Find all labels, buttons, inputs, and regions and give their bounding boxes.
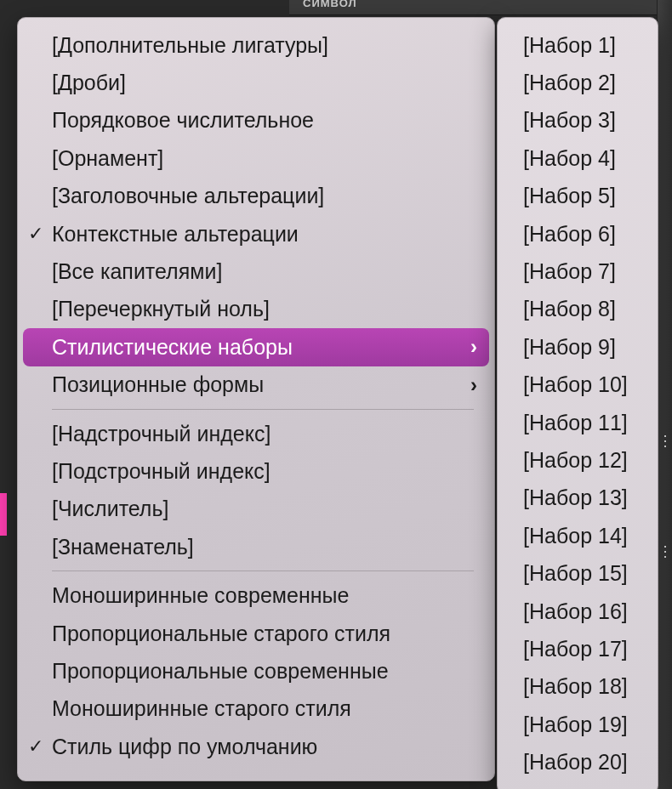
rail-dots-icon: ⋯	[663, 544, 669, 558]
submenu-item-set-13[interactable]: [Набор 13]	[498, 480, 658, 517]
menu-item-default-figure-style[interactable]: ✓ Стиль цифр по умолчанию	[18, 728, 494, 765]
menu-item-denominator[interactable]: [Знаменатель]	[18, 528, 494, 565]
menu-item-ornaments[interactable]: [Орнамент]	[18, 139, 494, 177]
submenu-item-label: [Набор 17]	[523, 637, 628, 661]
submenu-item-set-20[interactable]: [Набор 20]	[498, 743, 658, 780]
menu-item-label: [Надстрочный индекс]	[52, 422, 477, 446]
stylistic-sets-submenu: [Набор 1] [Набор 2] [Набор 3] [Набор 4] …	[497, 17, 658, 789]
submenu-item-set-7[interactable]: [Набор 7]	[498, 253, 658, 290]
submenu-item-label: [Набор 2]	[523, 71, 616, 95]
submenu-item-label: [Набор 16]	[523, 599, 628, 624]
chevron-right-icon: ›	[470, 335, 477, 359]
menu-item-superscript[interactable]: [Надстрочный индекс]	[18, 415, 494, 452]
menu-item-slashed-zero[interactable]: [Перечеркнутый ноль]	[18, 291, 494, 328]
submenu-item-label: [Набор 1]	[523, 33, 616, 58]
menu-item-positional-forms[interactable]: Позиционные формы ›	[18, 366, 494, 404]
menu-item-label: [Орнамент]	[52, 146, 477, 171]
submenu-item-set-16[interactable]: [Набор 16]	[498, 593, 658, 630]
menu-item-numerator[interactable]: [Числитель]	[18, 491, 494, 528]
menu-item-titling-alternates[interactable]: [Заголовочные альтерации]	[18, 178, 494, 215]
menu-item-label: [Дополнительные лигатуры]	[52, 33, 477, 58]
submenu-item-label: [Набор 15]	[523, 561, 628, 586]
submenu-item-label: [Набор 7]	[523, 259, 616, 284]
menu-divider	[52, 570, 474, 571]
submenu-item-set-1[interactable]: [Набор 1]	[498, 26, 658, 64]
menu-item-label: Позиционные формы	[52, 372, 470, 397]
submenu-item-label: [Набор 3]	[523, 108, 616, 133]
menu-item-label: Моноширинные старого стиля	[52, 696, 477, 721]
submenu-item-set-12[interactable]: [Набор 12]	[498, 441, 658, 479]
menu-item-label: Моноширинные современные	[52, 583, 477, 608]
panel-header-label: СИМВОЛ	[289, 0, 357, 9]
menu-item-tabular-lining[interactable]: Моноширинные современные	[18, 576, 494, 614]
menu-item-label: [Дроби]	[52, 71, 477, 95]
menu-item-subscript[interactable]: [Подстрочный индекс]	[18, 452, 494, 490]
submenu-item-set-19[interactable]: [Набор 19]	[498, 706, 658, 743]
menu-item-label: [Все капителями]	[52, 259, 477, 284]
submenu-item-label: [Набор 12]	[523, 448, 628, 473]
submenu-item-set-6[interactable]: [Набор 6]	[498, 215, 658, 253]
menu-item-label: [Знаменатель]	[52, 535, 477, 559]
check-icon: ✓	[28, 735, 43, 758]
submenu-item-label: [Набор 4]	[523, 146, 616, 171]
submenu-item-set-3[interactable]: [Набор 3]	[498, 102, 658, 139]
submenu-item-set-11[interactable]: [Набор 11]	[498, 404, 658, 441]
submenu-item-label: [Набор 9]	[523, 335, 616, 360]
submenu-item-label: [Набор 19]	[523, 712, 628, 737]
menu-item-label: Стилистические наборы	[52, 335, 470, 360]
submenu-item-set-18[interactable]: [Набор 18]	[498, 668, 658, 706]
submenu-item-set-17[interactable]: [Набор 17]	[498, 630, 658, 667]
submenu-item-set-2[interactable]: [Набор 2]	[498, 64, 658, 101]
submenu-item-set-15[interactable]: [Набор 15]	[498, 554, 658, 592]
submenu-item-label: [Набор 11]	[523, 411, 628, 435]
menu-item-ordinal[interactable]: Порядковое числительное	[18, 102, 494, 139]
menu-item-label: [Числитель]	[52, 497, 477, 521]
menu-item-contextual-alternates[interactable]: ✓ Контекстные альтерации	[18, 215, 494, 253]
menu-item-label: Пропорциональные современные	[52, 659, 477, 684]
submenu-item-set-14[interactable]: [Набор 14]	[498, 517, 658, 554]
right-rail: ⋯ ⋯	[657, 0, 672, 789]
submenu-item-label: [Набор 5]	[523, 184, 616, 208]
menu-item-tabular-oldstyle[interactable]: Моноширинные старого стиля	[18, 690, 494, 728]
submenu-item-set-5[interactable]: [Набор 5]	[498, 178, 658, 215]
menu-item-stylistic-sets[interactable]: Стилистические наборы ›	[23, 328, 489, 366]
submenu-item-label: [Набор 6]	[523, 222, 616, 247]
submenu-item-label: [Набор 8]	[523, 297, 616, 321]
chevron-right-icon: ›	[470, 373, 477, 397]
submenu-item-label: [Набор 10]	[523, 372, 628, 397]
menu-divider	[52, 409, 474, 410]
submenu-item-set-4[interactable]: [Набор 4]	[498, 139, 658, 177]
menu-item-fractions[interactable]: [Дроби]	[18, 64, 494, 101]
menu-item-label: [Подстрочный индекс]	[52, 459, 477, 484]
menu-item-label: Контекстные альтерации	[52, 222, 477, 247]
menu-item-label: [Перечеркнутый ноль]	[52, 297, 477, 321]
opentype-features-menu: [Дополнительные лигатуры] [Дроби] Порядк…	[17, 17, 495, 781]
submenu-item-label: [Набор 13]	[523, 485, 628, 510]
rail-dots-icon: ⋯	[663, 434, 669, 447]
menu-item-label: Стиль цифр по умолчанию	[52, 735, 477, 759]
menu-item-proportional-oldstyle[interactable]: Пропорциональные старого стиля	[18, 615, 494, 652]
submenu-item-set-10[interactable]: [Набор 10]	[498, 366, 658, 404]
submenu-item-label: [Набор 14]	[523, 524, 628, 548]
submenu-item-set-8[interactable]: [Набор 8]	[498, 291, 658, 328]
submenu-item-label: [Набор 20]	[523, 750, 628, 775]
menu-item-discretionary-ligatures[interactable]: [Дополнительные лигатуры]	[18, 26, 494, 64]
menu-item-all-small-caps[interactable]: [Все капителями]	[18, 253, 494, 290]
panel-header: СИМВОЛ	[289, 0, 672, 15]
menu-item-label: [Заголовочные альтерации]	[52, 184, 477, 208]
check-icon: ✓	[28, 223, 43, 245]
menu-item-proportional-lining[interactable]: Пропорциональные современные	[18, 652, 494, 690]
menu-item-label: Порядковое числительное	[52, 108, 477, 133]
selection-edge-hint	[0, 493, 7, 536]
submenu-item-set-9[interactable]: [Набор 9]	[498, 328, 658, 366]
submenu-item-label: [Набор 18]	[523, 674, 628, 699]
menu-item-label: Пропорциональные старого стиля	[52, 622, 477, 646]
